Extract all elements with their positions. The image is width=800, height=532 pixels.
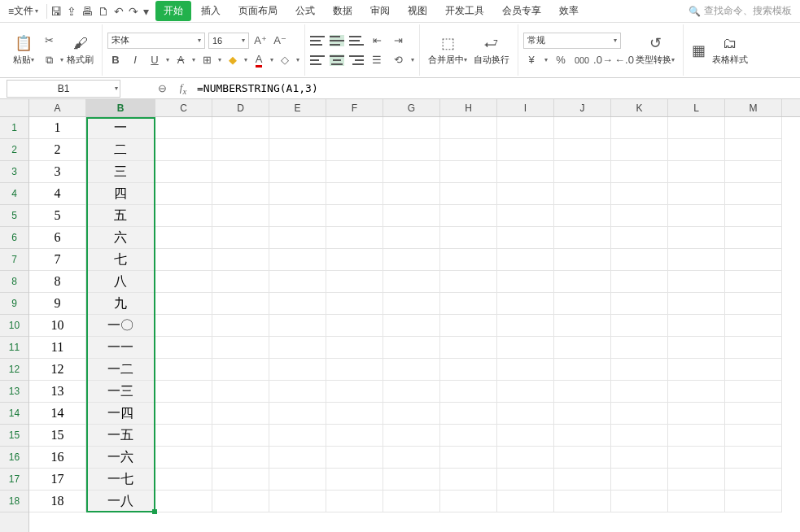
cell-D11[interactable]: [212, 337, 269, 359]
cell-K3[interactable]: [611, 161, 668, 183]
cell-G10[interactable]: [383, 315, 440, 337]
row-header-18[interactable]: 18: [0, 491, 28, 512]
cell-L5[interactable]: [668, 205, 725, 227]
cell-F12[interactable]: [326, 359, 383, 381]
cell-G15[interactable]: [383, 425, 440, 447]
cell-H1[interactable]: [440, 117, 497, 139]
cell-A12[interactable]: 12: [29, 359, 86, 381]
cell-J5[interactable]: [554, 205, 611, 227]
cell-E3[interactable]: [269, 161, 326, 183]
cell-G18[interactable]: [383, 491, 440, 512]
cell-H13[interactable]: [440, 381, 497, 403]
file-menu-button[interactable]: ≡ 文件 ▾: [3, 2, 43, 20]
cell-M9[interactable]: [725, 293, 782, 315]
increase-font-icon[interactable]: A⁺: [252, 33, 269, 49]
cell-M1[interactable]: [725, 117, 782, 139]
cell-A1[interactable]: 1: [29, 117, 86, 139]
fx-icon[interactable]: fx: [174, 81, 192, 96]
cell-B12[interactable]: 一二: [86, 359, 155, 381]
cell-K6[interactable]: [611, 227, 668, 249]
cell-D6[interactable]: [212, 227, 269, 249]
cell-H14[interactable]: [440, 403, 497, 425]
cell-E11[interactable]: [269, 337, 326, 359]
column-header-G[interactable]: G: [383, 99, 440, 116]
cell-J10[interactable]: [554, 315, 611, 337]
row-header-16[interactable]: 16: [0, 447, 28, 469]
fill-handle[interactable]: [152, 509, 157, 514]
cell-J18[interactable]: [554, 491, 611, 512]
cell-A7[interactable]: 7: [29, 249, 86, 271]
cell-D16[interactable]: [212, 447, 269, 469]
cell-F2[interactable]: [326, 139, 383, 161]
row-header-6[interactable]: 6: [0, 227, 28, 249]
cell-E18[interactable]: [269, 491, 326, 512]
cell-H17[interactable]: [440, 469, 497, 491]
cell-B15[interactable]: 一五: [86, 425, 155, 447]
cell-G12[interactable]: [383, 359, 440, 381]
cell-E10[interactable]: [269, 315, 326, 337]
cell-K7[interactable]: [611, 249, 668, 271]
cell-H15[interactable]: [440, 425, 497, 447]
percent-button[interactable]: %: [553, 52, 569, 68]
cell-L16[interactable]: [668, 447, 725, 469]
cell-M4[interactable]: [725, 183, 782, 205]
cell-L3[interactable]: [668, 161, 725, 183]
cell-C7[interactable]: [155, 249, 212, 271]
cell-K2[interactable]: [611, 139, 668, 161]
cell-I3[interactable]: [497, 161, 554, 183]
strikethrough-button[interactable]: A: [173, 52, 189, 68]
cell-G4[interactable]: [383, 183, 440, 205]
cell-D14[interactable]: [212, 403, 269, 425]
cell-I10[interactable]: [497, 315, 554, 337]
cell-K15[interactable]: [611, 425, 668, 447]
cell-F1[interactable]: [326, 117, 383, 139]
cell-I4[interactable]: [497, 183, 554, 205]
column-header-M[interactable]: M: [725, 99, 782, 116]
cell-D8[interactable]: [212, 271, 269, 293]
cell-C13[interactable]: [155, 381, 212, 403]
share-icon[interactable]: ⇪: [67, 5, 77, 18]
cell-H2[interactable]: [440, 139, 497, 161]
cell-B10[interactable]: 一〇: [86, 315, 155, 337]
cell-L8[interactable]: [668, 271, 725, 293]
cell-B1[interactable]: 一: [86, 117, 155, 139]
cell-A5[interactable]: 5: [29, 205, 86, 227]
cell-H4[interactable]: [440, 183, 497, 205]
number-format-select[interactable]: 常规▾: [523, 33, 621, 49]
cell-K9[interactable]: [611, 293, 668, 315]
decrease-decimal-button[interactable]: ←.0: [616, 52, 632, 68]
cell-H7[interactable]: [440, 249, 497, 271]
formula-input[interactable]: [192, 80, 800, 98]
cell-B4[interactable]: 四: [86, 183, 155, 205]
cell-D18[interactable]: [212, 491, 269, 512]
cell-F15[interactable]: [326, 425, 383, 447]
cell-K10[interactable]: [611, 315, 668, 337]
cell-J16[interactable]: [554, 447, 611, 469]
cell-I5[interactable]: [497, 205, 554, 227]
paste-button[interactable]: 📋 粘贴▾: [10, 34, 37, 66]
cell-C17[interactable]: [155, 469, 212, 491]
row-header-9[interactable]: 9: [0, 293, 28, 315]
cell-I9[interactable]: [497, 293, 554, 315]
fill-color-button[interactable]: ◆: [225, 52, 241, 68]
cell-D15[interactable]: [212, 425, 269, 447]
cell-G14[interactable]: [383, 403, 440, 425]
cell-L6[interactable]: [668, 227, 725, 249]
cell-G1[interactable]: [383, 117, 440, 139]
cell-L15[interactable]: [668, 425, 725, 447]
increase-indent-button[interactable]: ⇥: [390, 33, 406, 49]
cell-F7[interactable]: [326, 249, 383, 271]
cell-E12[interactable]: [269, 359, 326, 381]
row-header-4[interactable]: 4: [0, 183, 28, 205]
tab-start[interactable]: 开始: [155, 1, 191, 21]
align-bottom-button[interactable]: [349, 35, 364, 46]
row-header-11[interactable]: 11: [0, 337, 28, 359]
cell-M7[interactable]: [725, 249, 782, 271]
orientation-button[interactable]: ⟲: [390, 52, 406, 68]
print-icon[interactable]: 🖶: [81, 5, 93, 18]
cell-F11[interactable]: [326, 337, 383, 359]
cell-G16[interactable]: [383, 447, 440, 469]
row-header-2[interactable]: 2: [0, 139, 28, 161]
cell-M10[interactable]: [725, 315, 782, 337]
cell-A9[interactable]: 9: [29, 293, 86, 315]
